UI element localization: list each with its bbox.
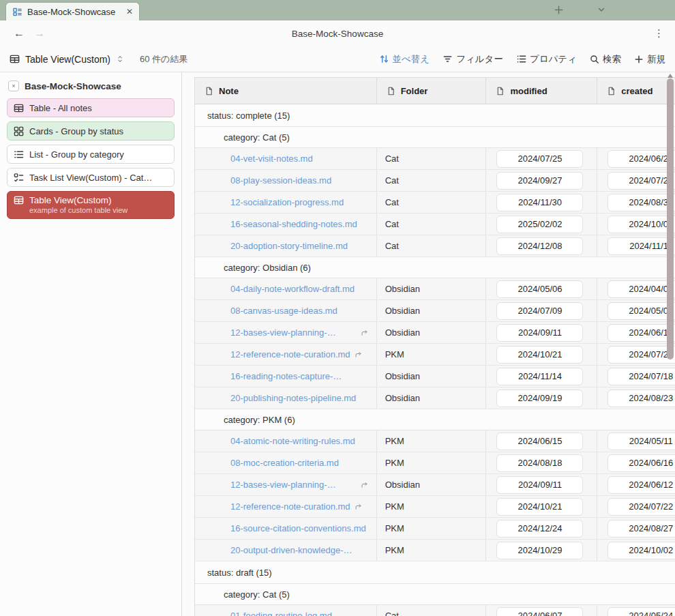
note-link[interactable]: 12-reference-note-curation.md (230, 349, 350, 360)
modified-date-field[interactable]: 2024/09/11 (496, 476, 583, 494)
group-header-category[interactable]: category: Obsidian (6) (195, 257, 675, 278)
note-link[interactable]: 16-source-citation-conventions.md (230, 523, 366, 533)
modified-date-field[interactable]: 2024/08/18 (496, 454, 583, 472)
modified-date-field[interactable]: 2024/10/21 (496, 498, 583, 516)
note-link[interactable]: 04-atomic-note-writing-rules.md (230, 436, 355, 446)
group-header-category[interactable]: category: Cat (5) (195, 584, 675, 605)
table-row[interactable]: 12-reference-note-curation.mdPKM2024/10/… (195, 496, 675, 518)
more-options-icon[interactable]: ⋮ (654, 27, 664, 40)
modified-date-field[interactable]: 2024/11/30 (496, 194, 583, 211)
properties-button[interactable]: プロパティ (516, 53, 577, 65)
table-row[interactable]: 12-socialization-progress.mdCat2024/11/3… (195, 192, 675, 214)
new-tab-icon[interactable] (554, 5, 564, 15)
table-row[interactable]: 12-bases-view-planning-…Obsidian2024/09/… (195, 474, 675, 496)
created-date-field[interactable]: 2024/06/12 (608, 324, 675, 342)
note-link[interactable]: 01-feeding-routine-log.md (230, 611, 332, 616)
group-header-status[interactable]: status: draft (15) (195, 561, 675, 584)
view-item-2[interactable]: List - Group by category (7, 145, 175, 164)
table-row[interactable]: 08-play-session-ideas.mdCat2024/09/27202… (195, 170, 675, 192)
table-row[interactable]: 04-atomic-note-writing-rules.mdPKM2024/0… (195, 430, 675, 452)
table-row[interactable]: 08-canvas-usage-ideas.mdObsidian2024/07/… (195, 300, 675, 322)
vertical-scrollbar[interactable] (667, 78, 674, 360)
note-link[interactable]: 16-reading-notes-capture-… (230, 371, 342, 381)
column-header-created[interactable]: created (597, 78, 675, 104)
search-button[interactable]: 検索 (590, 53, 621, 65)
sidebar-close-icon[interactable]: × (8, 80, 19, 91)
note-link[interactable]: 12-bases-view-planning-… (230, 327, 336, 338)
created-date-field[interactable]: 2024/05/24 (608, 607, 675, 616)
modified-date-field[interactable]: 2024/10/29 (496, 542, 583, 559)
filter-button[interactable]: フィルター (442, 53, 503, 65)
note-link[interactable]: 20-output-driven-knowledge-… (230, 545, 352, 555)
created-date-field[interactable]: 2024/07/22 (608, 498, 675, 516)
group-header-status[interactable]: status: complete (15) (195, 104, 675, 127)
created-date-field[interactable]: 2024/11/11 (608, 237, 675, 255)
note-link[interactable]: 08-moc-creation-criteria.md (230, 458, 339, 468)
column-header-modified[interactable]: modified (486, 78, 597, 104)
created-date-field[interactable]: 2024/08/31 (608, 194, 675, 211)
table-row[interactable]: 20-output-driven-knowledge-…PKM2024/10/2… (195, 540, 675, 561)
modified-date-field[interactable]: 2024/06/07 (496, 607, 583, 616)
modified-date-field[interactable]: 2024/06/15 (496, 432, 583, 450)
table-row[interactable]: 16-seasonal-shedding-notes.mdCat2025/02/… (195, 214, 675, 235)
created-date-field[interactable]: 2024/04/01 (608, 280, 675, 298)
note-link[interactable]: 16-seasonal-shedding-notes.md (230, 219, 357, 229)
view-item-3[interactable]: Task List View(Custom) - Cat… (7, 168, 175, 187)
view-selector[interactable]: Table View(Custom) 60 件の結果 (10, 53, 188, 65)
created-date-field[interactable]: 2024/08/27 (608, 520, 675, 538)
created-date-field[interactable]: 2024/07/26 (608, 172, 675, 190)
view-item-1[interactable]: Cards - Group by status (7, 121, 175, 141)
modified-date-field[interactable]: 2025/02/02 (496, 216, 583, 233)
modified-date-field[interactable]: 2024/10/21 (496, 346, 583, 364)
note-link[interactable]: 12-reference-note-curation.md (230, 501, 350, 512)
table-row[interactable]: 01-feeding-routine-log.mdCat2024/06/0720… (195, 605, 675, 616)
created-date-field[interactable]: 2024/05/11 (608, 432, 675, 450)
table-row[interactable]: 20-publishing-notes-pipeline.mdObsidian2… (195, 387, 675, 409)
table-row[interactable]: 04-vet-visit-notes.mdCat2024/07/252024/0… (195, 148, 675, 170)
scrollbar-up-icon[interactable] (668, 74, 673, 78)
note-link[interactable]: 04-daily-note-workflow-draft.md (230, 284, 355, 294)
note-link[interactable]: 20-publishing-notes-pipeline.md (230, 393, 356, 403)
table-row[interactable]: 20-adoption-story-timeline.mdCat2024/12/… (195, 235, 675, 257)
view-item-4[interactable]: Table View(Custom)example of custom tabl… (7, 191, 175, 219)
created-date-field[interactable]: 2024/07/22 (608, 346, 675, 364)
created-date-field[interactable]: 2024/10/06 (608, 216, 675, 233)
forward-arrow-icon[interactable]: → (34, 27, 45, 40)
group-header-category[interactable]: category: Cat (5) (195, 127, 675, 148)
created-date-field[interactable]: 2024/06/20 (608, 150, 675, 168)
note-link[interactable]: 12-bases-view-planning-… (230, 480, 336, 490)
back-arrow-icon[interactable]: ← (14, 27, 25, 40)
tab-list-chevron-icon[interactable] (597, 5, 606, 14)
modified-date-field[interactable]: 2024/12/24 (496, 520, 583, 538)
table-row[interactable]: 12-bases-view-planning-…Obsidian2024/09/… (195, 322, 675, 344)
tab-base-mock-showcase[interactable]: Base-Mock-Showcase ✕ (5, 2, 140, 20)
created-date-field[interactable]: 2024/06/12 (608, 476, 675, 494)
modified-date-field[interactable]: 2024/12/08 (496, 237, 583, 255)
table-row[interactable]: 16-source-citation-conventions.mdPKM2024… (195, 518, 675, 540)
modified-date-field[interactable]: 2024/07/09 (496, 302, 583, 320)
note-link[interactable]: 20-adoption-story-timeline.md (230, 241, 348, 251)
table-row[interactable]: 16-reading-notes-capture-…Obsidian2024/1… (195, 366, 675, 387)
created-date-field[interactable]: 2024/07/18 (608, 368, 675, 385)
tab-close-icon[interactable]: ✕ (126, 7, 133, 16)
modified-date-field[interactable]: 2024/11/14 (496, 368, 583, 385)
column-header-note[interactable]: Note (195, 78, 377, 104)
created-date-field[interactable]: 2024/05/07 (608, 302, 675, 320)
new-note-button[interactable]: 新規 (634, 53, 665, 65)
modified-date-field[interactable]: 2024/09/27 (496, 172, 583, 190)
view-item-0[interactable]: Table - All notes (7, 98, 175, 117)
sort-button[interactable]: 並べ替え (379, 53, 430, 65)
table-row[interactable]: 08-moc-creation-criteria.mdPKM2024/08/18… (195, 452, 675, 474)
note-link[interactable]: 04-vet-visit-notes.md (230, 153, 313, 164)
created-date-field[interactable]: 2024/10/02 (608, 542, 675, 559)
note-link[interactable]: 08-canvas-usage-ideas.md (230, 306, 338, 316)
note-link[interactable]: 12-socialization-progress.md (230, 197, 344, 207)
modified-date-field[interactable]: 2024/07/25 (496, 150, 583, 168)
note-link[interactable]: 08-play-session-ideas.md (230, 175, 331, 186)
group-header-category[interactable]: category: PKM (6) (195, 409, 675, 430)
created-date-field[interactable]: 2024/08/23 (608, 390, 675, 407)
created-date-field[interactable]: 2024/06/16 (608, 454, 675, 472)
modified-date-field[interactable]: 2024/05/06 (496, 280, 583, 298)
table-row[interactable]: 04-daily-note-workflow-draft.mdObsidian2… (195, 278, 675, 300)
modified-date-field[interactable]: 2024/09/11 (496, 324, 583, 342)
